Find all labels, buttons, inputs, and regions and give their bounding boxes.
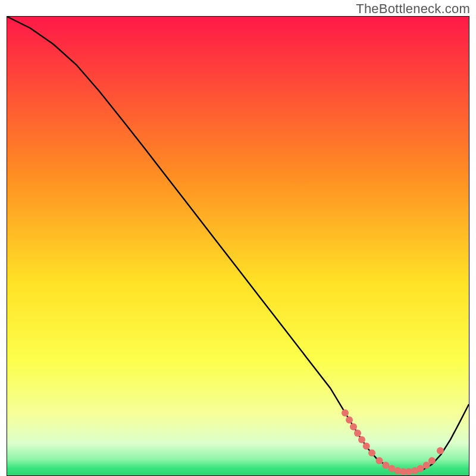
curve-marker (437, 447, 444, 454)
curve-marker (363, 443, 370, 450)
curve-marker (428, 457, 436, 464)
curve-path (7, 17, 469, 472)
watermark-text: TheBottleneck.com (356, 1, 470, 17)
curve-marker (368, 449, 375, 456)
curve-marker (405, 468, 412, 475)
curve-marker (342, 409, 349, 416)
curve-marker (423, 462, 430, 469)
curve-marker (417, 465, 424, 472)
curve-marker (358, 436, 365, 443)
curve-marker (382, 462, 389, 469)
curve-markers (342, 409, 444, 475)
curve-marker (350, 423, 357, 430)
plot-frame (7, 16, 469, 476)
curve-marker (346, 416, 353, 424)
curve-marker (354, 430, 361, 437)
chart-stage: TheBottleneck.com (0, 0, 476, 476)
bottleneck-curve (7, 17, 469, 475)
curve-marker (376, 457, 383, 464)
